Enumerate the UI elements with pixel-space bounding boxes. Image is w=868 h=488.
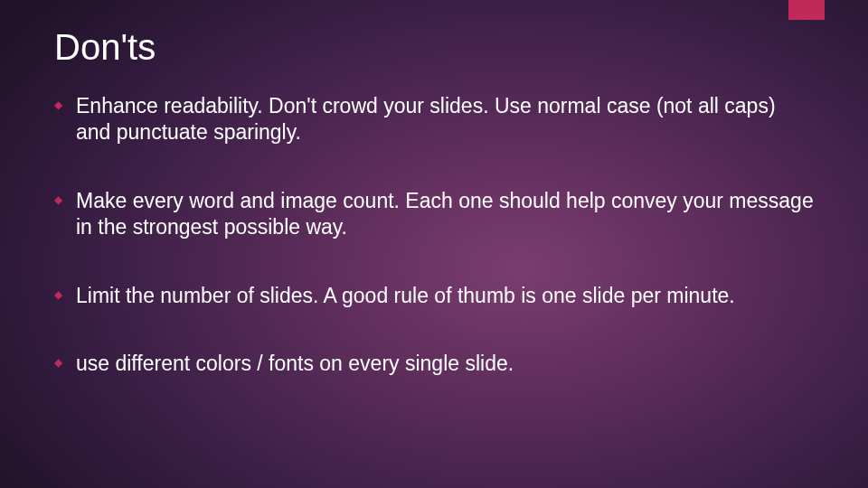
list-item: Enhance readability. Don't crowd your sl… <box>54 93 814 146</box>
list-item: Make every word and image count. Each on… <box>54 188 814 241</box>
slide-title: Don'ts <box>54 27 814 68</box>
accent-decoration <box>788 0 825 20</box>
slide-content: Don'ts Enhance readability. Don't crowd … <box>0 0 868 405</box>
list-item: use different colors / fonts on every si… <box>54 351 814 377</box>
bullet-list: Enhance readability. Don't crowd your sl… <box>54 93 814 378</box>
list-item: Limit the number of slides. A good rule … <box>54 283 814 309</box>
